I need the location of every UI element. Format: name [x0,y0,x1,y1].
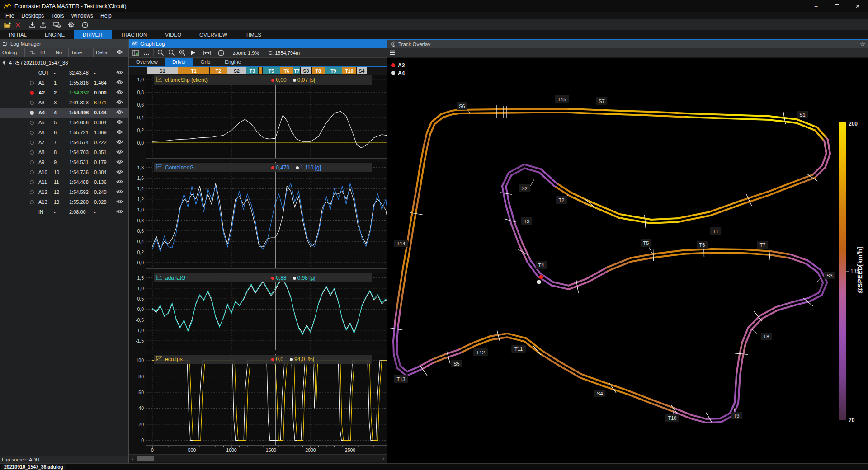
subtab-engine[interactable]: Engine [217,58,248,66]
lap-marker[interactable] [25,200,38,204]
eye-icon[interactable] [116,160,123,165]
col-marker[interactable] [25,48,38,57]
add-desktop-icon[interactable] [52,20,62,29]
chart-adu-latG[interactable]: 1,51,00,50,0-0,5-1,0-1,5adu.latG0,880,98… [129,273,387,350]
col-outing[interactable]: Outing [0,48,25,57]
zoom-in-icon[interactable] [155,48,166,57]
zoom-reset-icon[interactable] [177,48,188,57]
favorite-star-icon[interactable]: ☆ [860,41,865,47]
charts-stack[interactable]: 1,00,80,60,40,20,0cl.timeSlip (client)0,… [129,75,387,445]
lap-marker[interactable] [25,81,38,85]
graph-log-header[interactable]: Graph Log [129,39,387,48]
segment-s4[interactable]: S4 [357,67,367,74]
tab-traction[interactable]: TRACTION [112,30,156,39]
help-icon[interactable]: ? [80,20,90,29]
eye-icon[interactable] [116,199,123,205]
subtab-driver[interactable]: Driver [165,58,193,66]
chart-header[interactable]: adu.latG0,880,98 [g] [154,273,372,282]
settings-icon[interactable] [66,20,76,29]
lap-marker[interactable] [25,160,38,164]
eye-icon[interactable] [116,90,123,95]
segment-t1[interactable]: T1 [178,67,209,74]
lap-marker[interactable] [25,141,38,145]
subtab-grip[interactable]: Grip [193,58,218,66]
tab-engine[interactable]: ENGINE [36,30,74,39]
minimize-button[interactable]: – [806,0,826,12]
expand-triangle-icon[interactable] [3,61,7,65]
segment-s2[interactable]: S2 [227,67,246,74]
subtab-overview[interactable]: Overview [129,58,165,66]
segment-t10[interactable]: T10 [342,67,356,74]
segment-t4[interactable] [259,67,262,74]
eye-icon[interactable] [116,179,123,185]
menu-windows[interactable]: Windows [67,12,97,19]
tab-overview[interactable]: OVERVIEW [190,30,236,39]
graph-scrollbar[interactable]: ‹ › [129,454,387,462]
tab-driver[interactable]: DRIVER [74,30,111,39]
log-row-a6[interactable]: A661:55.7211.369 [0,127,128,137]
segment-t2[interactable]: T2 [210,67,227,74]
lap-marker[interactable] [25,170,38,174]
open-log-icon[interactable] [2,20,13,29]
eye-icon[interactable] [116,70,123,75]
log-group-row[interactable]: 4 R5 / 20210910_1547_36 [0,57,128,68]
menu-desktops[interactable]: Desktops [18,12,47,19]
lap-marker[interactable] [25,180,38,184]
lap-marker[interactable] [25,190,38,194]
log-row-a8[interactable]: A881:54.7030.351 [0,147,128,157]
log-row-a5[interactable]: A551:54.6560.304 [0,118,128,127]
tab-initial[interactable]: INITIAL [0,30,36,39]
segment-s1[interactable]: S1 [147,67,178,74]
segment-t9[interactable]: T9 [325,67,342,74]
segment-s3[interactable]: S3 [301,67,311,74]
log-row-a13[interactable]: A13131:55.2800.928 [0,197,128,207]
track-map[interactable]: S6T15S7S1S2T2T1T3T14T5T6T7T4S3T8T11T12S5… [387,58,868,463]
scroll-left-icon[interactable]: ‹ [129,456,136,461]
log-row-a11[interactable]: A11111:54.4880.136 [0,177,128,187]
zoom-out-icon[interactable] [166,48,177,57]
tab-video[interactable]: VIDEO [156,30,190,39]
hamburger-menu-icon[interactable] [390,50,396,55]
menu-help[interactable]: Help [97,12,115,19]
eye-icon[interactable] [116,150,123,155]
log-row-out[interactable]: OUT-32:43.48- [0,68,128,78]
help-icon[interactable]: ? [216,48,226,57]
lap-marker[interactable] [25,91,38,95]
segment-t3[interactable]: T3 [246,67,258,74]
lap-marker[interactable] [25,111,38,115]
scrollbar-thumb[interactable] [137,456,154,461]
eye-icon[interactable] [116,110,123,115]
chart-plot[interactable] [146,273,387,352]
open-file-name[interactable]: 20210910_1547_36.adulog [1,464,66,470]
log-row-a3[interactable]: A332:01.3236.971 [0,98,128,108]
eye-icon[interactable] [116,80,123,85]
log-row-a9[interactable]: A991:54.5310.179 [0,157,128,167]
chart-plot[interactable] [146,354,387,446]
log-row-a2[interactable]: A221:54.3520.000 [0,88,128,98]
maximize-button[interactable] [826,0,847,12]
lap-marker[interactable] [25,101,38,105]
col-id[interactable]: ID [38,48,53,57]
more-icon[interactable] [141,48,152,57]
chart-plot[interactable] [146,162,387,270]
eye-icon[interactable] [116,140,123,145]
legend-a2[interactable]: A2 [391,61,405,69]
close-log-icon[interactable] [13,20,24,29]
log-row-a1[interactable]: A111:55.8161.464 [0,78,128,88]
column-eye-icon[interactable] [116,50,123,55]
lap-marker[interactable] [25,131,38,135]
col-delta[interactable]: Delta [94,48,113,57]
col-time[interactable]: Time [69,48,94,57]
lap-marker[interactable] [25,150,38,155]
close-button[interactable]: ✕ [847,0,868,12]
col-no[interactable]: No [53,48,69,57]
import-icon[interactable] [27,20,38,29]
log-row-a12[interactable]: A12121:54.5920.240 [0,187,128,197]
chart-header[interactable]: ecu.tps0,094,0 [%] [154,355,372,364]
segment-t7[interactable]: T7 [293,67,300,74]
menu-file[interactable]: File [2,12,18,19]
eye-icon[interactable] [116,169,123,175]
log-row-a4[interactable]: A441:54.4960.144 [0,108,128,118]
chart-ecu-tps[interactable]: 100806040200ecu.tps0,094,0 [%] [129,354,387,445]
segment-t6[interactable]: T6 [280,67,293,74]
